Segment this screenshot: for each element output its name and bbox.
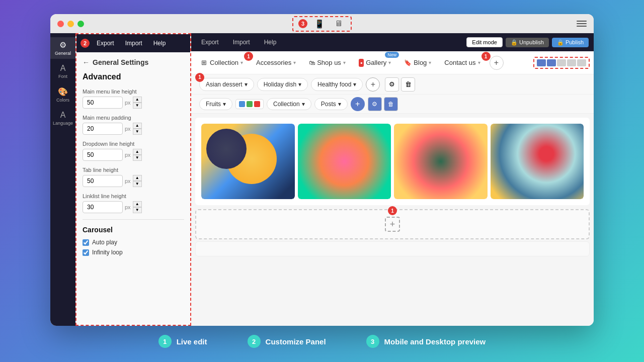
footer-text-1: Live edit bbox=[177, 337, 207, 346]
chevron-down-icon: ▾ bbox=[240, 60, 243, 65]
sidebar-wrapper: ⚙ General A Font 🎨 Colors A Language bbox=[50, 33, 191, 326]
field-label: Linklist line height bbox=[83, 193, 184, 199]
colors-icon: 🎨 bbox=[58, 87, 68, 97]
align-icons-group bbox=[533, 57, 590, 69]
increment-btn[interactable]: ▲ bbox=[133, 175, 142, 181]
chevron-down-icon: ▾ bbox=[298, 81, 301, 88]
nav-label: Gallery bbox=[366, 59, 386, 66]
decrement-btn[interactable]: ▼ bbox=[133, 129, 142, 135]
nav-add-button[interactable]: + bbox=[490, 56, 504, 70]
auto-play-checkbox[interactable] bbox=[83, 239, 89, 246]
sidebar-item-colors[interactable]: 🎨 Colors bbox=[50, 84, 75, 106]
sidebar-topbar: 2 Export Import Help bbox=[76, 34, 190, 52]
help-button[interactable]: Help bbox=[149, 38, 170, 49]
color-dot-red bbox=[254, 101, 260, 107]
decrement-btn[interactable]: ▼ bbox=[133, 103, 142, 109]
main-menu-line-height-input[interactable] bbox=[83, 97, 123, 109]
increment-btn[interactable]: ▲ bbox=[133, 201, 142, 207]
sub-nav2-item-posts[interactable]: Posts ▾ bbox=[314, 98, 348, 110]
settings-icon-button-2[interactable]: ⚙ bbox=[368, 97, 382, 111]
sub-nav-item-holiday-dish[interactable]: Holiday dish ▾ bbox=[257, 78, 308, 91]
infinity-loop-label: Infinity loop bbox=[92, 249, 123, 256]
stepper: ▲ ▼ bbox=[133, 123, 142, 135]
browser-window: 3 📱 🖥 ⚙ General A Font bbox=[50, 14, 594, 326]
nav-item-gallery[interactable]: ▪ Gallery ▾ New bbox=[353, 56, 397, 70]
linklist-line-height-input[interactable] bbox=[83, 201, 123, 213]
sub-nav-item-asian-dessert[interactable]: Asian dessert ▾ bbox=[199, 78, 254, 91]
unpublish-button[interactable]: 🔒 Unpublish bbox=[506, 38, 549, 47]
increment-btn[interactable]: ▲ bbox=[133, 97, 142, 103]
sub-nav2-label: Collection bbox=[273, 101, 300, 108]
sub-nav2-item-collection[interactable]: Collection ▾ bbox=[267, 98, 311, 110]
nav-item-collection[interactable]: ⊞ Collection ▾ bbox=[195, 56, 249, 69]
stepper: ▲ ▼ bbox=[133, 175, 142, 187]
publish-button[interactable]: 🔒 Publish bbox=[552, 38, 589, 47]
color-dots bbox=[235, 99, 264, 109]
sub-nav-add-button[interactable]: + bbox=[366, 77, 380, 92]
desktop-preview-button[interactable]: 🖥 bbox=[332, 18, 346, 29]
footer-label-1: 1 Live edit bbox=[158, 335, 207, 348]
nav-label: Contact us bbox=[444, 59, 475, 66]
align-icon-active[interactable] bbox=[537, 59, 546, 66]
maximize-button[interactable] bbox=[77, 21, 84, 27]
align-icon-light[interactable] bbox=[557, 59, 566, 66]
badge-1-subnav: 1 bbox=[195, 73, 204, 82]
align-icon-light[interactable] bbox=[577, 59, 586, 66]
hamburger-menu[interactable] bbox=[577, 21, 587, 27]
increment-btn[interactable]: ▲ bbox=[133, 149, 142, 155]
mobile-preview-button[interactable]: 📱 bbox=[311, 18, 328, 30]
delete-icon-button-2[interactable]: 🗑 bbox=[384, 97, 398, 111]
import-button[interactable]: Import bbox=[121, 38, 146, 49]
field-dropdown-line-height: Dropdown line height px ▲ ▼ bbox=[83, 141, 184, 161]
help-toolbar-button[interactable]: Help bbox=[259, 37, 282, 48]
import-toolbar-button[interactable]: Import bbox=[228, 37, 255, 48]
sub-nav2-item-fruits[interactable]: Fruits ▾ bbox=[199, 98, 232, 110]
infinity-loop-checkbox[interactable] bbox=[83, 249, 89, 256]
increment-btn[interactable]: ▲ bbox=[133, 123, 142, 129]
settings-header: ← General Settings bbox=[83, 58, 184, 66]
edit-mode-button[interactable]: Edit mode bbox=[466, 37, 503, 47]
footer-label-2: 2 Customize Panel bbox=[248, 335, 326, 348]
export-toolbar-button[interactable]: Export bbox=[196, 37, 224, 48]
align-icon[interactable] bbox=[547, 59, 556, 66]
close-button[interactable] bbox=[57, 21, 64, 27]
unit-label: px bbox=[125, 178, 131, 184]
nav-contactus-wrapper: 1 Contact us ▾ bbox=[438, 56, 486, 69]
add-section-button[interactable]: + bbox=[385, 217, 400, 232]
sub-nav-actions: ⚙ 🗑 bbox=[385, 77, 415, 92]
delete-icon-button[interactable]: 🗑 bbox=[401, 77, 415, 92]
nav-item-blog[interactable]: 🔖 Blog ▾ bbox=[398, 56, 437, 69]
sub-nav-item-healthy-food[interactable]: Healthy food ▾ bbox=[311, 78, 363, 91]
nav-right-icons bbox=[533, 57, 590, 69]
field-label: Dropdown line height bbox=[83, 141, 184, 147]
customize-panel: 2 Export Import Help ← General Settings … bbox=[75, 33, 191, 326]
dropdown-line-height-input[interactable] bbox=[83, 149, 123, 161]
field-input-row: px ▲ ▼ bbox=[83, 97, 184, 109]
sidebar-item-font[interactable]: A Font bbox=[50, 61, 75, 82]
field-input-row: px ▲ ▼ bbox=[83, 175, 184, 187]
minimize-button[interactable] bbox=[67, 21, 74, 27]
new-badge: New bbox=[385, 52, 399, 58]
decrement-btn[interactable]: ▼ bbox=[133, 181, 142, 187]
sidebar-item-language[interactable]: A Language bbox=[50, 108, 75, 129]
browser-titlebar: 3 📱 🖥 bbox=[50, 14, 594, 33]
sub-nav2-add-button[interactable]: + bbox=[351, 97, 365, 111]
tab-line-height-input[interactable] bbox=[83, 175, 123, 187]
decrement-btn[interactable]: ▼ bbox=[133, 207, 142, 213]
sub-nav2-actions: ⚙ 🗑 bbox=[368, 97, 398, 111]
nav-item-contactus[interactable]: Contact us ▾ bbox=[438, 56, 486, 69]
nav-item-accessories[interactable]: Accessories ▾ bbox=[250, 56, 302, 69]
export-button[interactable]: Export bbox=[93, 38, 118, 49]
settings-icon-button[interactable]: ⚙ bbox=[385, 77, 399, 92]
align-icon-light[interactable] bbox=[567, 59, 576, 66]
image-item-1 bbox=[201, 124, 295, 199]
sidebar-item-general[interactable]: ⚙ General bbox=[50, 37, 75, 59]
nav-item-shopus[interactable]: 🛍 Shop us ▾ bbox=[303, 56, 352, 69]
back-arrow-icon[interactable]: ← bbox=[83, 58, 90, 66]
grid-icon: ⊞ bbox=[201, 59, 207, 66]
footer-text-2: Customize Panel bbox=[266, 337, 326, 346]
sub-nav-label: Asian dessert bbox=[206, 81, 243, 88]
decrement-btn[interactable]: ▼ bbox=[133, 155, 142, 161]
main-menu-padding-input[interactable] bbox=[83, 123, 123, 135]
unit-label: px bbox=[125, 204, 131, 210]
